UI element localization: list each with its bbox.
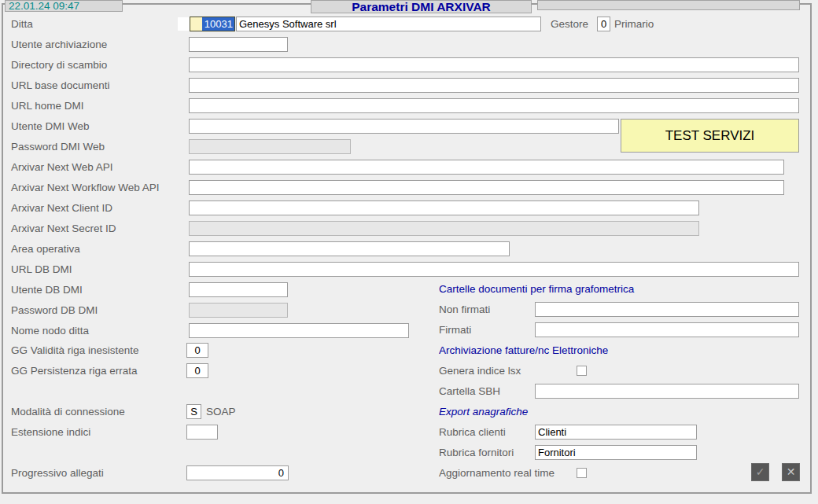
gestore-label: Gestore: [551, 17, 588, 31]
arxivar-next-workflow-web-api-label: Arxivar Next Workflow Web API: [11, 180, 160, 195]
url-home-dmi-input[interactable]: [189, 98, 799, 113]
rubrica-fornitori-input[interactable]: [535, 445, 697, 460]
utente-dmi-web-input[interactable]: [189, 119, 619, 134]
progressivo-allegati-input[interactable]: [186, 465, 289, 480]
arxivar-next-secret-id-input: [189, 221, 699, 236]
top-right-box: [537, 0, 800, 10]
gestore-desc: Primario: [614, 17, 654, 31]
aggiornamento-real-time-label: Aggiornamento real time: [439, 465, 555, 480]
area-operativa-input[interactable]: [189, 241, 510, 256]
rubrica-clienti-label: Rubrica clienti: [439, 425, 506, 440]
url-db-dmi-input[interactable]: [189, 262, 799, 277]
confirm-button[interactable]: ✓: [751, 463, 769, 481]
arxivar-next-web-api-input[interactable]: [189, 160, 784, 175]
parametri-dmi-arxivar-window: 22.01.24 09:47 Parametri DMI ARXIVAR Dit…: [0, 0, 818, 504]
nome-nodo-ditta-label: Nome nodo ditta: [11, 323, 89, 338]
utente-dmi-web-label: Utente DMI Web: [11, 119, 90, 134]
rubrica-fornitori-label: Rubrica fornitori: [439, 445, 514, 460]
cartella-sbh-label: Cartella SBH: [439, 384, 500, 399]
firmati-input[interactable]: [535, 322, 799, 337]
utente-archiviazione-label: Utente archiviazione: [11, 37, 107, 52]
estensione-indici-label: Estensione indici: [11, 425, 90, 440]
directory-scambio-label: Directory di scambio: [11, 57, 107, 72]
ditta-name-input[interactable]: [236, 17, 541, 31]
arxivar-next-web-api-label: Arxivar Next Web API: [11, 160, 113, 175]
url-db-dmi-label: URL DB DMI: [11, 262, 72, 277]
arxivar-next-client-id-label: Arxivar Next Client ID: [11, 200, 112, 215]
section-firma-grafometrica-title: Cartelle documenti per firma grafometric…: [439, 281, 634, 296]
timestamp: 22.01.24 09:47: [6, 1, 122, 12]
check-icon: ✓: [756, 465, 765, 478]
modalita-connessione-label: Modalità di connessione: [11, 404, 125, 419]
gg-validita-input[interactable]: [186, 343, 208, 358]
password-dmi-web-label: Password DMI Web: [11, 139, 105, 154]
gg-persistenza-label: GG Persistenza riga errata: [11, 363, 138, 378]
utente-db-dmi-input[interactable]: [189, 282, 288, 297]
ditta-code-selected-text: 10031: [202, 17, 234, 31]
progressivo-allegati-label: Progressivo allegati: [11, 465, 104, 480]
section-export-anagrafiche-title: Export anagrafiche: [439, 404, 528, 419]
cancel-button[interactable]: ✕: [782, 463, 800, 481]
close-icon: ✕: [787, 465, 796, 478]
nome-nodo-ditta-input[interactable]: [189, 323, 409, 338]
arxivar-next-secret-id-label: Arxivar Next Secret ID: [11, 221, 116, 236]
genera-indice-lsx-checkbox[interactable]: [577, 366, 587, 376]
firmati-label: Firmati: [439, 322, 471, 337]
gestore-input[interactable]: [597, 17, 610, 31]
timestamp-box: 22.01.24 09:47: [5, 0, 123, 12]
utente-db-dmi-label: Utente DB DMI: [11, 282, 83, 297]
ditta-label: Ditta: [11, 17, 33, 31]
genera-indice-lsx-label: Genera indice lsx: [439, 363, 521, 378]
arxivar-next-client-id-input[interactable]: [189, 200, 699, 215]
directory-scambio-input[interactable]: [189, 57, 799, 72]
url-base-documenti-input[interactable]: [189, 78, 799, 93]
utente-archiviazione-input[interactable]: [189, 37, 288, 52]
test-servizi-button[interactable]: TEST SERVIZI: [621, 119, 799, 153]
gg-persistenza-input[interactable]: [186, 363, 208, 378]
url-base-documenti-label: URL base documenti: [11, 78, 110, 93]
password-db-dmi-input: [189, 303, 288, 318]
aggiornamento-real-time-checkbox[interactable]: [577, 468, 587, 478]
modalita-connessione-desc: SOAP: [206, 404, 239, 419]
page-title: Parametri DMI ARXIVAR: [311, 1, 531, 13]
password-dmi-web-input: [189, 139, 351, 154]
modalita-connessione-input[interactable]: [186, 404, 201, 419]
gg-validita-label: GG Validità riga inesistente: [11, 343, 139, 358]
estensione-indici-input[interactable]: [186, 425, 218, 440]
non-firmati-input[interactable]: [535, 302, 799, 317]
title-box: Parametri DMI ARXIVAR: [311, 0, 532, 13]
cartella-sbh-input[interactable]: [535, 384, 799, 399]
url-home-dmi-label: URL home DMI: [11, 98, 84, 113]
area-operativa-label: Area operativa: [11, 241, 80, 256]
rubrica-clienti-input[interactable]: [535, 425, 697, 440]
non-firmati-label: Non firmati: [439, 302, 490, 317]
password-db-dmi-label: Password DB DMI: [11, 303, 98, 318]
ditta-code-field[interactable]: 10031: [190, 17, 235, 31]
section-archiviazione-fatture-title: Archiviazione fatture/nc Elettroniche: [439, 343, 608, 358]
arxivar-next-workflow-web-api-input[interactable]: [189, 180, 784, 195]
